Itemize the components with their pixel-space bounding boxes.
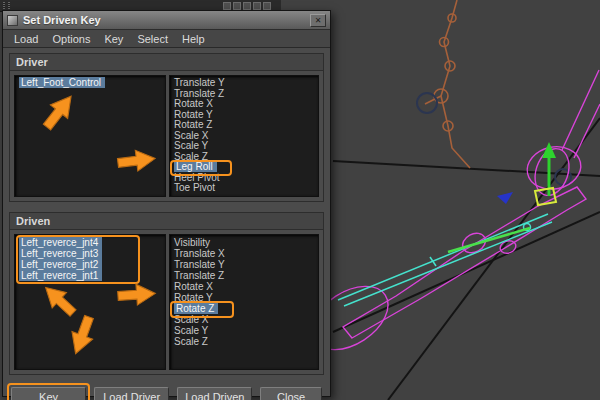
- list-item[interactable]: Translate X: [170, 248, 318, 259]
- driven-section: Driven Left_reverce_jnt4 Left_reverce_jn…: [9, 212, 324, 375]
- dialog-button-row: Key Load Driver Load Driven Close: [3, 375, 330, 400]
- menu-options[interactable]: Options: [45, 31, 97, 47]
- panel-button[interactable]: [263, 2, 271, 10]
- list-item[interactable]: Visibility: [170, 237, 318, 248]
- driver-section: Driver Left_Foot_Control Translate Y Tra…: [9, 53, 324, 202]
- list-item-selected[interactable]: Left_reverce_jnt4: [15, 237, 165, 248]
- list-item[interactable]: Scale X: [170, 314, 318, 325]
- panel-button[interactable]: [223, 2, 231, 10]
- driven-attribute-list[interactable]: Visibility Translate X Translate Y Trans…: [169, 234, 319, 370]
- menu-help[interactable]: Help: [175, 31, 212, 47]
- panel-button[interactable]: [253, 2, 261, 10]
- driven-header: Driven: [10, 213, 323, 230]
- driver-object-list[interactable]: Left_Foot_Control: [14, 75, 166, 197]
- joint-chain: [425, 0, 470, 168]
- list-item-selected[interactable]: Left_reverce_jnt1: [15, 270, 165, 281]
- menu-load[interactable]: Load: [7, 31, 45, 47]
- list-item[interactable]: Translate Z: [170, 270, 318, 281]
- set-driven-key-dialog: Set Driven Key ✕ Load Options Key Select…: [2, 10, 331, 397]
- list-item[interactable]: Scale Y: [170, 325, 318, 336]
- list-item-selected[interactable]: Rotate Z: [170, 303, 318, 314]
- list-item-selected[interactable]: Leg Roll: [170, 162, 318, 173]
- list-item[interactable]: Toe Pivot: [170, 183, 318, 194]
- close-button[interactable]: ✕: [310, 14, 326, 27]
- dialog-menubar: Load Options Key Select Help: [3, 30, 330, 48]
- menu-select[interactable]: Select: [130, 31, 175, 47]
- list-item-selected[interactable]: Left_reverce_jnt2: [15, 259, 165, 270]
- driver-header: Driver: [10, 54, 323, 71]
- panel-button[interactable]: [243, 2, 251, 10]
- close-dialog-button[interactable]: Close: [260, 387, 322, 400]
- list-item-selected[interactable]: Left_reverce_jnt3: [15, 248, 165, 259]
- panel-button[interactable]: [233, 2, 241, 10]
- window-icon: [7, 15, 18, 26]
- drag-grip[interactable]: [3, 2, 5, 9]
- dialog-titlebar[interactable]: Set Driven Key ✕: [3, 11, 330, 30]
- load-driver-button[interactable]: Load Driver: [94, 387, 169, 400]
- key-button[interactable]: Key: [11, 387, 86, 400]
- driven-object-list[interactable]: Left_reverce_jnt4 Left_reverce_jnt3 Left…: [14, 234, 166, 370]
- screenshot-root: Set Driven Key ✕ Load Options Key Select…: [0, 0, 600, 400]
- driver-attribute-list[interactable]: Translate Y Translate Z Rotate X Rotate …: [169, 75, 319, 197]
- drag-grip[interactable]: [8, 2, 10, 9]
- dialog-title: Set Driven Key: [23, 14, 310, 26]
- selected-edges: [338, 214, 552, 306]
- load-driven-button[interactable]: Load Driven: [177, 387, 252, 400]
- list-item[interactable]: Left_Foot_Control: [15, 78, 165, 89]
- list-item[interactable]: Scale Z: [170, 336, 318, 347]
- list-item[interactable]: Rotate X: [170, 281, 318, 292]
- list-item[interactable]: Rotate Y: [170, 292, 318, 303]
- menu-key[interactable]: Key: [97, 31, 130, 47]
- list-item[interactable]: Translate Y: [170, 259, 318, 270]
